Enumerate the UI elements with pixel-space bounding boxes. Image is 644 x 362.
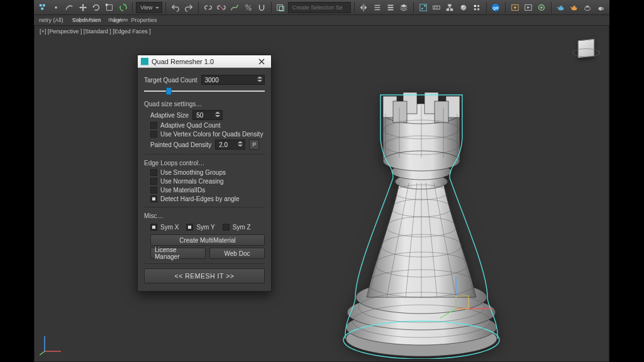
svg-rect-2: [41, 8, 43, 10]
render-icon[interactable]: [536, 1, 548, 14]
svg-point-42: [541, 6, 543, 9]
material-editor-icon[interactable]: [457, 1, 469, 14]
svg-rect-5: [106, 3, 108, 6]
named-sel-icon[interactable]: [274, 1, 286, 14]
web-doc-button[interactable]: Web Doc: [209, 248, 265, 259]
move-icon[interactable]: [77, 1, 89, 14]
snap-icon[interactable]: [255, 1, 267, 14]
painted-density-value: 2.0: [219, 141, 228, 148]
chk-sym-x[interactable]: Sym X: [150, 224, 179, 231]
transform-gizmo[interactable]: [437, 271, 500, 321]
view-dropdown[interactable]: View: [136, 2, 162, 13]
sync-icon[interactable]: [117, 1, 129, 14]
link-icon[interactable]: [202, 1, 214, 14]
target-quad-label: Target Quad Count: [144, 77, 197, 84]
svg-rect-10: [277, 4, 283, 10]
chk-smoothing-groups[interactable]: Use Smoothing Groups: [150, 169, 265, 176]
teapot-orange-icon[interactable]: [568, 1, 580, 14]
painted-density-label: Painted Quad Density: [150, 141, 211, 148]
quad-remesher-dialog: Quad Remesher 1.0 Target Quad Count 3000: [137, 55, 272, 292]
svg-rect-25: [447, 8, 449, 11]
app-frame: View QR netry (Al: [34, 0, 609, 362]
chk-sym-y[interactable]: Sym Y: [186, 224, 214, 231]
adaptive-size-label: Adaptive Size: [150, 112, 189, 119]
svg-line-94: [40, 351, 45, 355]
svg-point-8: [248, 8, 251, 10]
svg-rect-1: [43, 4, 45, 6]
close-icon[interactable]: [255, 57, 269, 67]
svg-point-30: [460, 4, 466, 10]
section-quad-size: Quad size settings…: [144, 101, 265, 107]
tab-properties[interactable]: Properties: [131, 17, 157, 23]
svg-point-33: [477, 4, 480, 7]
layers-icon[interactable]: [398, 1, 410, 14]
svg-rect-64: [435, 101, 448, 123]
chk-vertex-colors[interactable]: Use Vertex Colors for Quads Density: [150, 131, 265, 138]
align-list-icon[interactable]: [371, 1, 383, 14]
svg-point-3: [55, 6, 57, 9]
svg-point-47: [585, 6, 591, 10]
curve-icon[interactable]: [229, 1, 241, 14]
teapot-blue-icon[interactable]: [555, 1, 567, 14]
paint-density-button[interactable]: P: [249, 140, 259, 150]
svg-point-7: [245, 4, 248, 7]
chk-material-ids[interactable]: Use MaterialIDs: [150, 187, 265, 194]
svg-rect-46: [573, 6, 575, 7]
world-axis-gizmo: [40, 331, 65, 356]
svg-point-39: [514, 6, 516, 9]
target-quad-value: 3000: [205, 77, 219, 84]
explorer-icon[interactable]: [470, 1, 482, 14]
mirror-icon[interactable]: [358, 1, 370, 14]
graph-editor-icon[interactable]: [417, 1, 429, 14]
create-multimaterial-button[interactable]: Create MultiMaterial: [150, 234, 265, 246]
section-misc: Misc…: [144, 212, 265, 219]
unlink-icon[interactable]: [215, 1, 227, 14]
svg-rect-18: [419, 4, 426, 11]
viewcube[interactable]: [572, 35, 600, 62]
target-quad-slider[interactable]: [144, 87, 265, 96]
selection-set-input[interactable]: [288, 2, 351, 13]
rotate-icon[interactable]: [90, 1, 102, 14]
chk-adaptive-quad-count[interactable]: Adaptive Quad Count: [150, 122, 265, 129]
undo-icon[interactable]: [169, 1, 181, 14]
viewport[interactable]: [+] [Perspective ] [Standard ] [Edged Fa…: [34, 25, 609, 362]
svg-rect-0: [39, 4, 42, 6]
teapot-half-icon[interactable]: [595, 1, 607, 14]
adaptive-size-spinner[interactable]: 50: [192, 110, 223, 120]
remesh-it-button[interactable]: << REMESH IT >>: [144, 268, 265, 283]
svg-point-31: [461, 5, 464, 7]
target-quad-spinner[interactable]: 3000: [201, 75, 265, 85]
percent-icon[interactable]: [242, 1, 254, 14]
redo-icon[interactable]: [183, 1, 195, 14]
svg-line-90: [440, 309, 456, 318]
paint-mode-icon[interactable]: [36, 1, 48, 14]
qr-icon[interactable]: QR: [490, 1, 502, 14]
tab-geometry[interactable]: netry (All): [39, 17, 64, 23]
svg-rect-63: [393, 101, 407, 123]
chk-normals-creasing[interactable]: Use Normals Creasing: [150, 178, 265, 185]
teapot-outline-icon[interactable]: [582, 1, 594, 14]
render-setup-icon[interactable]: [509, 1, 521, 14]
schematic-icon[interactable]: [444, 1, 456, 14]
svg-rect-26: [450, 8, 453, 11]
svg-rect-48: [586, 6, 589, 7]
chk-sym-z[interactable]: Sym Z: [223, 224, 251, 231]
brush-dot-icon[interactable]: [50, 1, 62, 14]
svg-point-20: [424, 5, 426, 7]
render-frame-icon[interactable]: [522, 1, 534, 14]
svg-rect-21: [433, 6, 440, 9]
painted-density-spinner[interactable]: 2.0: [215, 140, 245, 150]
brush-stroke-icon[interactable]: [64, 1, 75, 14]
license-manager-button[interactable]: License Manager: [150, 248, 206, 259]
track-bar-icon[interactable]: [430, 1, 442, 14]
scale-icon[interactable]: [104, 1, 116, 14]
svg-line-9: [246, 5, 250, 9]
svg-line-29: [450, 8, 452, 9]
svg-rect-16: [388, 7, 394, 8]
svg-rect-24: [448, 4, 452, 6]
viewport-label[interactable]: [+] [Perspective ] [Standard ] [Edged Fa…: [40, 28, 151, 35]
list-icon[interactable]: [384, 1, 396, 14]
dialog-titlebar[interactable]: Quad Remesher 1.0: [138, 55, 271, 68]
svg-point-35: [477, 8, 480, 10]
chk-detect-hard-edges[interactable]: Detect Hard-Edges by angle: [150, 195, 265, 202]
